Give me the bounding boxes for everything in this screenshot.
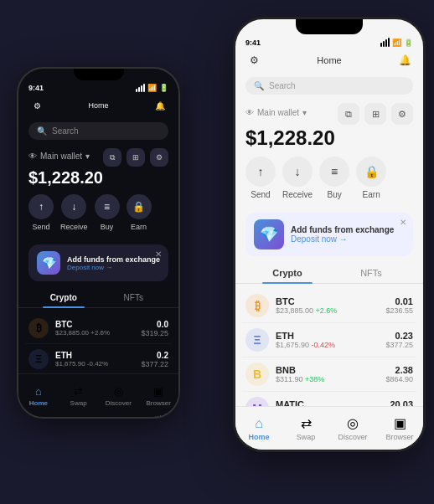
dark-status-bar: 9:41 📶 🔋: [18, 80, 178, 92]
dark-search-bar[interactable]: 🔍 Search: [28, 122, 168, 140]
light-qr-icon[interactable]: ⚙: [391, 103, 413, 125]
light-earn-btn[interactable]: 🔒 Earn: [356, 157, 386, 199]
light-buy-btn[interactable]: ≡ Buy: [319, 157, 349, 199]
dark-nav-swap[interactable]: ⇄ Swap: [59, 380, 99, 412]
light-tabs: Crypto NFTs: [235, 263, 423, 284]
dark-buy-btn[interactable]: ≡ Buy: [95, 194, 120, 231]
light-discover-icon: ◎: [347, 415, 359, 431]
light-tab-crypto[interactable]: Crypto: [245, 263, 329, 283]
dark-banner: 💎 Add funds from exchange Deposit now → …: [28, 244, 168, 281]
light-home-icon: ⌂: [255, 416, 263, 431]
light-dropdown-icon[interactable]: ▾: [302, 108, 307, 117]
light-notification-icon[interactable]: 🔔: [396, 52, 413, 69]
dark-banner-close[interactable]: ✕: [155, 249, 162, 259]
phones-container: 9:41 📶 🔋 ⚙ Home 🔔 🔍 Search: [0, 0, 434, 504]
light-nav-home[interactable]: ⌂ Home: [235, 411, 282, 446]
light-banner-link[interactable]: Deposit now →: [291, 234, 405, 244]
dark-btc-icon: ₿: [28, 318, 49, 338]
light-wallet-actions: ↑ Send ↓ Receive ≡ Buy 🔒 Earn: [245, 157, 413, 199]
dark-tabs: Crypto NFTs: [18, 288, 178, 308]
light-receive-btn[interactable]: ↓ Receive: [282, 157, 313, 199]
light-eth-info: ETH $1,675.90 -0.42%: [276, 331, 379, 349]
light-search-placeholder: Search: [269, 81, 296, 90]
light-eth-item[interactable]: Ξ ETH $1,675.90 -0.42% 0.23 $377.25: [242, 323, 416, 357]
dark-banner-image: 💎: [37, 251, 60, 275]
dark-btc-item[interactable]: ₿ BTC $23,885.00 +2.6% 0.0 $319.25: [25, 313, 172, 344]
dark-search-icon: 🔍: [37, 126, 47, 136]
light-nav-browser[interactable]: ▣ Browser: [376, 410, 423, 446]
dark-browser-icon: ▣: [153, 385, 163, 398]
light-bottom-nav: ⌂ Home ⇄ Swap ◎ Discover ▣ Browser: [235, 406, 423, 450]
light-search-bar[interactable]: 🔍 Search: [245, 77, 413, 95]
light-btc-values: 0.01 $236.55: [385, 296, 413, 315]
dark-bottom-nav: ⌂ Home ⇄ Swap ◎ Discover ▣ Browser: [18, 373, 178, 417]
dark-status-icons: 📶 🔋: [136, 84, 168, 92]
light-earn-label: Earn: [363, 190, 380, 199]
light-banner: 💎 Add funds from exchange Deposit now → …: [245, 213, 413, 256]
light-wallet-amount: $1,228.20: [245, 126, 413, 150]
dark-time: 9:41: [28, 84, 44, 92]
dark-settings-icon[interactable]: ⚙: [28, 97, 45, 114]
dark-nav-discover[interactable]: ◎ Discover: [99, 380, 139, 412]
dark-receive-btn[interactable]: ↓ Receive: [60, 194, 88, 231]
dark-eth-values: 0.2 $377.22: [141, 351, 168, 368]
light-nav-discover[interactable]: ◎ Discover: [329, 410, 376, 446]
dark-wallet-section: 👁 Main wallet ▾ ⧉ ⊞ ⚙ $1,228.20 ↑ Send: [18, 143, 178, 244]
dark-wallet-actions: ↑ Send ↓ Receive ≡ Buy 🔒 Earn: [28, 194, 168, 231]
light-receive-icon: ↓: [282, 157, 313, 187]
light-header-title: Home: [262, 55, 396, 65]
light-eye-icon: 👁: [245, 108, 254, 117]
dark-nav-home[interactable]: ⌂ Home: [18, 380, 59, 412]
light-battery-icon: 🔋: [404, 39, 413, 47]
dark-search-placeholder: Search: [52, 126, 79, 136]
dark-wallet-label: 👁 Main wallet ▾: [28, 152, 90, 161]
light-phone-notch: [296, 19, 363, 34]
dark-banner-title: Add funds from exchange: [67, 255, 160, 264]
light-earn-icon: 🔒: [356, 157, 386, 187]
dark-eth-item[interactable]: Ξ ETH $1,675.90 -0.42% 0.2 $377.22: [25, 344, 172, 375]
dark-eye-icon: 👁: [28, 152, 37, 161]
dark-header: ⚙ Home 🔔: [18, 92, 178, 119]
light-send-btn[interactable]: ↑ Send: [245, 157, 276, 199]
dark-phone: 9:41 📶 🔋 ⚙ Home 🔔 🔍 Search: [17, 67, 180, 419]
light-eth-values: 0.23 $377.25: [385, 331, 413, 349]
dark-home-icon: ⌂: [35, 385, 42, 398]
dark-tab-crypto[interactable]: Crypto: [28, 288, 99, 307]
light-nav-swap[interactable]: ⇄ Swap: [282, 410, 329, 446]
light-time: 9:41: [245, 39, 261, 47]
light-search-icon: 🔍: [254, 81, 264, 90]
light-signal: [380, 38, 390, 47]
dark-qr-icon[interactable]: ⚙: [150, 148, 168, 167]
dark-eth-icon: Ξ: [28, 349, 49, 369]
light-wallet-label: 👁 Main wallet ▾: [245, 108, 307, 117]
light-buy-icon: ≡: [319, 157, 349, 187]
light-header: ⚙ Home 🔔: [235, 47, 423, 74]
dark-receive-icon: ↓: [61, 194, 86, 219]
dark-dropdown-icon[interactable]: ▾: [85, 152, 90, 161]
light-wallet-action-icons: ⧉ ⊞ ⚙: [338, 103, 413, 125]
light-receive-label: Receive: [282, 190, 313, 199]
dark-tab-nfts[interactable]: NFTs: [99, 288, 169, 307]
dark-notification-icon[interactable]: 🔔: [152, 97, 168, 114]
dark-nav-browser[interactable]: ▣ Browser: [138, 380, 178, 412]
dark-copy-icon[interactable]: ⧉: [103, 148, 121, 167]
light-wallet-header-row: 👁 Main wallet ▾ ⧉ ⊞ ⚙: [245, 103, 413, 125]
dark-send-btn[interactable]: ↑ Send: [28, 194, 54, 231]
dark-buy-icon: ≡: [95, 194, 120, 219]
dark-banner-link[interactable]: Deposit now →: [67, 264, 160, 271]
light-status-bar: 9:41 📶 🔋: [235, 34, 423, 47]
light-banner-image: 💎: [254, 219, 284, 249]
light-banner-close[interactable]: ✕: [400, 218, 406, 227]
light-send-icon: ↑: [245, 157, 276, 187]
light-copy-icon[interactable]: ⧉: [338, 103, 359, 125]
dark-wallet-action-icons: ⧉ ⊞ ⚙: [103, 148, 168, 167]
light-buy-label: Buy: [328, 190, 342, 199]
light-settings-icon[interactable]: ⚙: [245, 52, 262, 69]
light-phone: 9:41 📶 🔋 ⚙ Home 🔔 🔍 Search: [233, 17, 426, 452]
dark-expand-icon[interactable]: ⊞: [127, 148, 145, 167]
light-bnb-item[interactable]: B BNB $311.90 +38% 2.38 $864.90: [242, 357, 416, 392]
light-btc-item[interactable]: ₿ BTC $23,885.00 +2.6% 0.01 $236.55: [242, 289, 416, 323]
dark-earn-btn[interactable]: 🔒 Earn: [127, 194, 152, 231]
light-expand-icon[interactable]: ⊞: [364, 103, 386, 125]
light-tab-nfts[interactable]: NFTs: [329, 263, 413, 283]
